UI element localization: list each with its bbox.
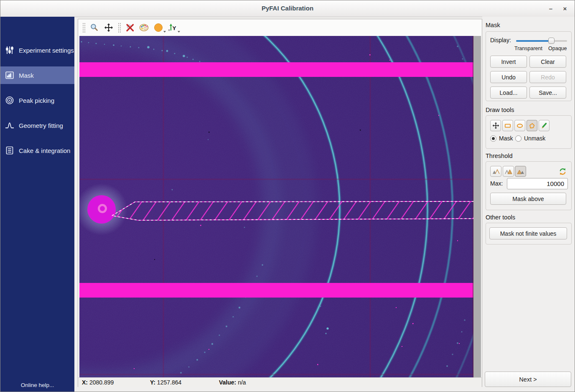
sidebar-item-geometry-fitting[interactable]: Geometry fitting xyxy=(0,117,74,134)
cursor-y-readout: Y: 1257.864 xyxy=(150,379,181,386)
sidebar-item-label: Experiment settings xyxy=(19,47,74,54)
plot-statusbar: X: 2080.899 Y: 1257.864 Value: n/a xyxy=(78,377,482,387)
close-button[interactable]: × xyxy=(560,4,570,14)
sidebar-item-cake-integration[interactable]: Cake & integration xyxy=(0,142,74,159)
display-slider[interactable] xyxy=(516,38,567,44)
max-label: Max: xyxy=(490,180,503,187)
diffraction-image[interactable] xyxy=(79,36,473,377)
window-title: PyFAI Calibration xyxy=(0,5,575,12)
mask-options-panel: Mask Display: Transparent Opaque Invert … xyxy=(482,17,575,392)
mask-radio-label: Mask xyxy=(499,135,513,142)
plot-toolbar: a Y xyxy=(78,19,482,36)
target-icon xyxy=(5,95,15,105)
ellipse-tool-icon[interactable] xyxy=(514,120,525,131)
undo-button[interactable]: Undo xyxy=(490,71,527,83)
minimize-button[interactable]: – xyxy=(545,4,556,14)
toolbar-drag-handle[interactable] xyxy=(82,23,85,33)
clear-button[interactable]: Clear xyxy=(529,56,566,68)
y-label: Y: xyxy=(150,379,155,386)
display-slider-fill xyxy=(516,40,552,42)
plot-panel: a Y xyxy=(78,19,482,387)
refresh-icon[interactable] xyxy=(557,166,568,177)
y-axis-orientation-icon[interactable]: a Y xyxy=(167,22,178,33)
unmask-radio[interactable]: Unmask xyxy=(515,135,545,142)
chevron-down-icon xyxy=(178,31,180,33)
threshold-title: Threshold xyxy=(486,153,512,159)
draw-tools-title: Draw tools xyxy=(486,107,514,113)
polygon-tool-icon[interactable] xyxy=(527,120,537,131)
value-label: Value: xyxy=(219,379,236,386)
svg-text:a: a xyxy=(168,28,170,31)
app-window: PyFAI Calibration – × Experiment setting… xyxy=(0,0,575,392)
beamstop-mask-circle xyxy=(87,195,116,224)
rectangle-tool-icon[interactable] xyxy=(502,120,513,131)
pan-tool-icon[interactable] xyxy=(490,120,501,131)
sidebar: Experiment settings Mask xyxy=(0,17,74,392)
display-slider-handle[interactable] xyxy=(548,38,555,44)
sliders-icon xyxy=(5,45,15,55)
transparent-label: Transparent xyxy=(514,46,542,51)
mask-below-icon[interactable] xyxy=(490,166,501,177)
sidebar-item-experiment-settings[interactable]: Experiment settings xyxy=(0,41,74,59)
threshold-groupbox: Max: Mask above xyxy=(486,161,572,210)
radio-dot xyxy=(490,135,496,142)
other-tools-title: Other tools xyxy=(486,214,515,221)
mask-band-top xyxy=(79,62,473,77)
x-label: X: xyxy=(82,379,88,386)
polygon-selection[interactable] xyxy=(112,199,479,220)
zoom-reset-icon[interactable] xyxy=(124,22,136,33)
cursor-value-readout: Value: n/a xyxy=(219,379,246,386)
plot-canvas[interactable] xyxy=(78,36,482,377)
unmask-radio-label: Unmask xyxy=(524,135,545,142)
max-input[interactable] xyxy=(507,178,568,189)
radio-dot xyxy=(515,135,522,142)
draw-tools-groupbox: Mask Unmask xyxy=(486,115,572,149)
integration-icon xyxy=(5,145,15,155)
mask-groupbox: Display: Transparent Opaque Invert Clear… xyxy=(486,31,572,101)
peak-curve-icon xyxy=(5,120,15,130)
cursor-x-readout: X: 2080.899 xyxy=(82,379,114,386)
mask-between-icon[interactable] xyxy=(503,166,514,177)
mask-section-title: Mask xyxy=(486,22,500,28)
pan-icon[interactable] xyxy=(103,22,114,33)
mask-color-swatch xyxy=(154,23,163,32)
load-button[interactable]: Load... xyxy=(490,87,527,99)
sidebar-item-label: Cake & integration xyxy=(19,147,70,154)
display-label: Display: xyxy=(490,37,511,43)
sidebar-item-mask[interactable]: Mask xyxy=(0,66,74,84)
mask-band-bottom xyxy=(79,283,473,298)
value-value: n/a xyxy=(238,379,246,386)
y-value: 1257.864 xyxy=(157,379,181,386)
other-tools-groupbox: Mask not finite values xyxy=(486,223,572,244)
chevron-down-icon xyxy=(163,31,166,33)
x-value: 2080.899 xyxy=(89,379,114,386)
mask-radio[interactable]: Mask xyxy=(490,135,513,142)
mask-above-button[interactable]: Mask above xyxy=(490,193,566,205)
next-button[interactable]: Next > xyxy=(485,372,571,387)
online-help-link[interactable]: Online help... xyxy=(0,382,74,388)
plot-gutter xyxy=(473,36,481,377)
zoom-icon[interactable] xyxy=(89,22,100,33)
mask-not-finite-button[interactable]: Mask not finite values xyxy=(489,227,567,239)
sidebar-item-label: Geometry fitting xyxy=(19,122,63,129)
mask-color-icon[interactable] xyxy=(153,22,164,33)
sidebar-item-label: Peak picking xyxy=(19,97,54,104)
titlebar: PyFAI Calibration – × xyxy=(0,0,575,17)
colormap-icon[interactable] xyxy=(138,22,150,33)
svg-text:Y: Y xyxy=(173,25,176,31)
opaque-label: Opaque xyxy=(548,46,567,51)
mask-icon xyxy=(5,70,15,80)
pencil-tool-icon[interactable] xyxy=(539,120,550,131)
save-button[interactable]: Save... xyxy=(529,87,566,99)
invert-button[interactable]: Invert xyxy=(490,56,527,68)
redo-button[interactable]: Redo xyxy=(529,71,566,83)
sidebar-item-peak-picking[interactable]: Peak picking xyxy=(0,92,74,109)
sidebar-nav: Experiment settings Mask xyxy=(0,17,74,159)
toolbar-drag-handle[interactable] xyxy=(118,23,121,33)
sidebar-item-label: Mask xyxy=(19,72,34,79)
mask-above-icon[interactable] xyxy=(515,166,526,177)
